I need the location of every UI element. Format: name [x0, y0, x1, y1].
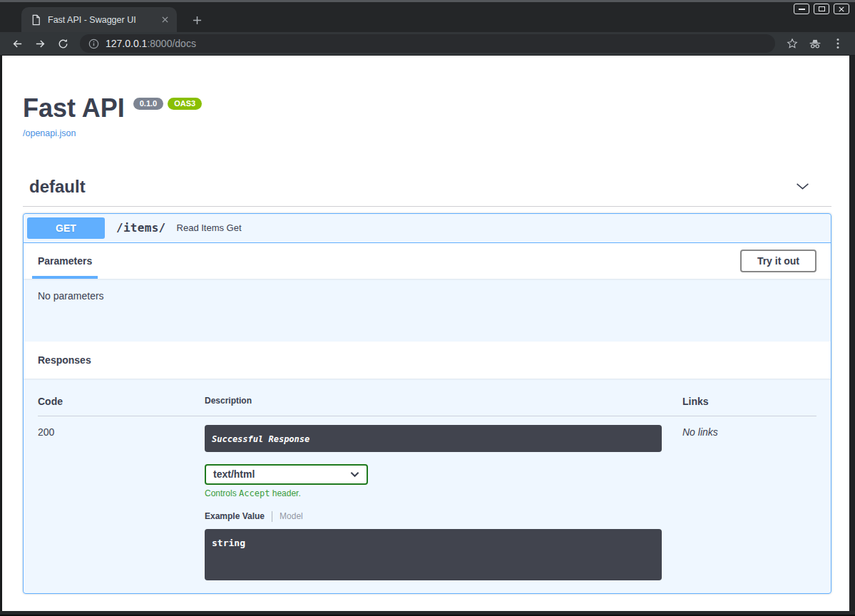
model-example-tabs: Example Value Model — [205, 511, 682, 522]
response-links: No links — [682, 416, 816, 580]
window-right-border — [849, 56, 855, 611]
reload-icon[interactable] — [53, 34, 73, 53]
media-type-select[interactable]: text/html — [205, 464, 368, 485]
window-controls — [794, 4, 849, 14]
close-button[interactable] — [834, 4, 849, 14]
code-column-header: Code — [38, 387, 205, 416]
bookmark-star-icon[interactable] — [782, 34, 802, 53]
url-text: 127.0.0.1:8000/docs — [106, 38, 196, 49]
incognito-icon — [805, 34, 825, 53]
browser-window: Fast API - Swagger UI — [0, 0, 855, 616]
response-description-text: Successful Response — [212, 434, 309, 444]
url-path: :8000/docs — [147, 38, 196, 49]
responses-header: Responses — [24, 342, 831, 379]
response-code: 200 — [38, 416, 205, 580]
tab-model[interactable]: Model — [280, 511, 303, 521]
parameters-title: Parameters — [38, 255, 92, 267]
responses-table: Code Description Links 200 Successful Re… — [38, 387, 816, 580]
operation-summary-text: Read Items Get — [173, 222, 242, 233]
tag-section-header[interactable]: default — [23, 177, 831, 207]
maximize-button[interactable] — [814, 4, 829, 14]
accept-note-code: Accept — [239, 488, 270, 498]
oas3-badge: OAS3 — [168, 98, 202, 110]
address-bar[interactable]: 127.0.0.1:8000/docs — [80, 34, 775, 53]
try-it-out-button[interactable]: Try it out — [740, 250, 816, 272]
version-badge: 0.1.0 — [133, 98, 163, 110]
accept-note-suffix: header. — [270, 488, 300, 498]
parameters-tab-indicator — [32, 276, 98, 279]
api-info-section: Fast API 0.1.0 OAS3 /openapi.json — [23, 95, 831, 139]
links-column-header: Links — [682, 387, 816, 416]
media-type-value: text/html — [213, 468, 255, 480]
response-description-cell: Successful Response text/html Controls A… — [205, 416, 682, 580]
back-icon[interactable] — [7, 34, 27, 53]
accept-header-note: Controls Accept header. — [205, 488, 682, 498]
operation-path: /items/ — [105, 221, 173, 235]
parameters-tab: Parameters — [38, 243, 92, 279]
http-method-badge[interactable]: GET — [27, 217, 105, 239]
window-bottom-border — [0, 611, 855, 616]
forward-icon[interactable] — [30, 34, 50, 53]
responses-title: Responses — [38, 354, 91, 366]
api-title: Fast API 0.1.0 OAS3 — [23, 95, 831, 122]
browser-menu-icon[interactable] — [828, 34, 848, 53]
browser-titlebar: Fast API - Swagger UI — [0, 0, 855, 32]
response-description-box: Successful Response — [205, 425, 662, 452]
accept-note-prefix: Controls — [205, 488, 239, 498]
openapi-json-link[interactable]: /openapi.json — [23, 128, 76, 138]
tag-name: default — [29, 177, 86, 197]
url-host: 127.0.0.1 — [106, 38, 147, 49]
api-title-text: Fast API — [23, 95, 125, 122]
browser-tab[interactable]: Fast API - Swagger UI — [21, 7, 177, 32]
select-chevron-icon — [350, 471, 359, 478]
example-value-text: string — [212, 538, 245, 548]
new-tab-button[interactable] — [187, 10, 207, 30]
tab-example-value[interactable]: Example Value — [205, 511, 265, 521]
description-column-header: Description — [205, 387, 682, 416]
api-badges: 0.1.0 OAS3 — [133, 98, 202, 110]
no-parameters-message: No parameters — [38, 290, 104, 302]
site-info-icon[interactable] — [88, 38, 99, 49]
chevron-down-icon[interactable] — [795, 179, 810, 194]
tab-separator — [272, 511, 272, 522]
browser-toolbar: 127.0.0.1:8000/docs — [0, 32, 855, 56]
opblock-get-items: GET /items/ Read Items Get Parameters Tr… — [23, 213, 831, 594]
example-value-box: string — [205, 529, 662, 580]
tab-close-icon[interactable] — [158, 14, 171, 26]
minimize-button[interactable] — [794, 4, 809, 14]
tab-title: Fast API - Swagger UI — [48, 15, 152, 25]
page-favicon-icon — [31, 14, 41, 26]
parameters-header: Parameters Try it out — [24, 243, 831, 279]
responses-body: Code Description Links 200 Successful Re… — [24, 379, 831, 593]
operation-summary[interactable]: GET /items/ Read Items Get — [24, 214, 831, 243]
parameters-body: No parameters — [24, 279, 831, 342]
swagger-page: Fast API 0.1.0 OAS3 /openapi.json defaul… — [2, 56, 849, 611]
